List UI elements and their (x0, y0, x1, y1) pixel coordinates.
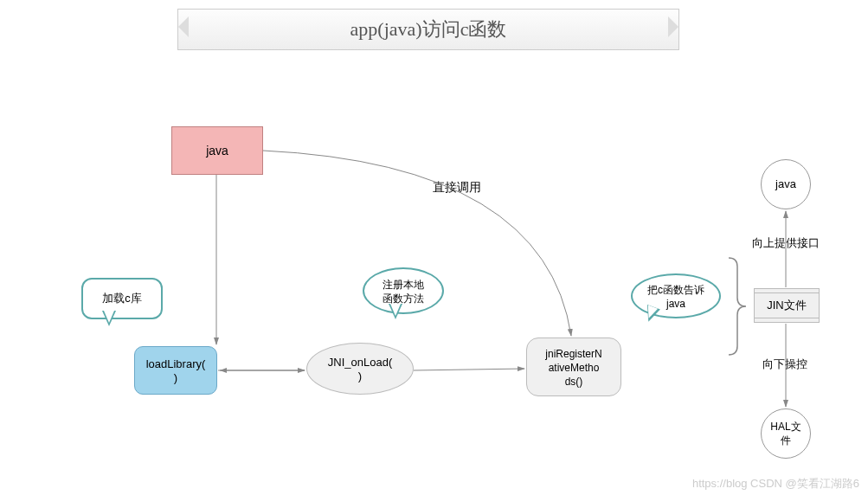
label-provide-up: 向上提供接口 (752, 235, 820, 251)
onload-text: JNI_onLoad() (328, 356, 392, 382)
node-loadlibrary: loadLibrary() (134, 346, 217, 395)
node-java-right: java (761, 159, 811, 209)
callout-load-c: 加载c库 (81, 278, 163, 319)
node-java: java (171, 126, 263, 175)
callout-register-text: 注册本地函数方法 (383, 279, 424, 305)
page-title: app(java)访问c函数 (177, 9, 679, 50)
watermark: https://blog CSDN @笑看江湖路6 (692, 476, 859, 492)
callout-register: 注册本地函数方法 (363, 267, 444, 314)
node-jni-register: jniRegisterNativeMethods() (526, 338, 621, 396)
connector-arrows (0, 0, 868, 495)
title-banner: app(java)访问c函数 (177, 9, 679, 50)
hal-text: HAL文件 (770, 421, 800, 447)
label-direct-call: 直接调用 (433, 180, 481, 196)
callout-tell-java: 把c函数告诉java (631, 273, 721, 318)
jnireg-text: jniRegisterNativeMethods() (545, 348, 601, 388)
node-jni-onload: JNI_onLoad() (306, 343, 414, 395)
loadlib-text: loadLibrary() (146, 357, 206, 384)
svg-marker-3 (220, 368, 227, 373)
callout-tell-text: 把c函数告诉java (647, 284, 704, 310)
node-jin-file: JIN文件 (754, 288, 820, 323)
label-control-down: 向下操控 (762, 357, 807, 372)
node-hal-file: HAL文件 (761, 408, 811, 459)
svg-line-4 (414, 369, 524, 370)
